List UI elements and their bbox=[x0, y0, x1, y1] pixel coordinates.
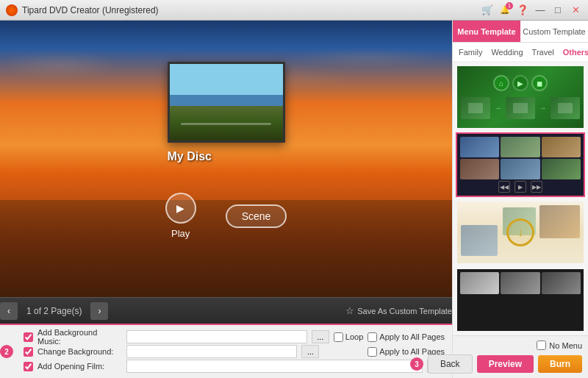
right-sidebar: Menu Template Custom Template Family Wed… bbox=[452, 21, 588, 378]
action-buttons-row: 3 Back Preview Burn bbox=[459, 354, 582, 374]
badge-icon-btn[interactable]: 🔔 1 bbox=[498, 4, 512, 17]
options-bar: 2 Add Background Music: ... Loop Apply t… bbox=[0, 324, 452, 378]
burn-btn[interactable]: Burn bbox=[538, 355, 582, 373]
bg-music-checkbox[interactable] bbox=[24, 332, 33, 342]
help-icon-btn[interactable]: ❓ bbox=[516, 4, 529, 17]
wedding-cat-btn[interactable]: Wedding bbox=[490, 48, 524, 57]
scene-btn[interactable]: Scene bbox=[226, 204, 287, 228]
bg-music-label: Add Background Music: bbox=[37, 328, 122, 346]
main-container: My Disc ▶ Play Scene ‹ 1 of 2 Page(s) › … bbox=[0, 21, 588, 378]
window-title: Tipard DVD Creator (Unregistered) bbox=[22, 5, 476, 15]
back-btn[interactable]: Back bbox=[428, 354, 473, 374]
template-thumb-3: ↓ bbox=[457, 202, 584, 263]
template-item-1[interactable]: ⌂ ▶ ◼ → → bbox=[456, 65, 585, 129]
next-page-btn[interactable]: › bbox=[90, 302, 108, 320]
template-thumb-4 bbox=[457, 269, 584, 331]
star-icon: ☆ bbox=[345, 305, 354, 316]
no-menu-checkbox[interactable] bbox=[537, 340, 546, 350]
opening-film-label: Add Opening Film: bbox=[37, 362, 122, 371]
no-menu-label: No Menu bbox=[549, 341, 582, 350]
section-2-badge: 2 bbox=[0, 345, 13, 358]
preview-btn[interactable]: Preview bbox=[477, 355, 534, 373]
preview-bottom-bar: ‹ 1 of 2 Page(s) › ☆ Save As Custom Temp… bbox=[0, 297, 452, 324]
apply-all-pages-1-label: Apply to All Pages bbox=[379, 332, 445, 341]
app-logo bbox=[6, 4, 18, 16]
loop-checkbox[interactable] bbox=[334, 332, 343, 342]
templates-scroll[interactable]: ⌂ ▶ ◼ → → bbox=[453, 62, 588, 335]
opening-film-row: Add Opening Film: ... bbox=[24, 359, 445, 374]
save-template-btn[interactable]: ☆ Save As Custom Template bbox=[345, 305, 452, 316]
loop-check-group: Loop bbox=[334, 332, 363, 342]
template-item-2[interactable]: ◀◀ ▶ ▶▶ bbox=[456, 132, 585, 197]
title-bar: Tipard DVD Creator (Unregistered) 🛒 🔔 1 … bbox=[0, 0, 588, 21]
disc-title-video bbox=[168, 62, 285, 143]
change-bg-label: Change Background: bbox=[37, 347, 122, 356]
apply-all-pages-1-checkbox[interactable] bbox=[368, 332, 377, 342]
template-thumb-1: ⌂ ▶ ◼ → → bbox=[457, 66, 584, 128]
minimize-btn[interactable]: — bbox=[534, 4, 547, 17]
loop-label: Loop bbox=[345, 332, 363, 341]
save-template-label: Save As Custom Template bbox=[357, 307, 452, 315]
others-cat-btn[interactable]: Others bbox=[562, 48, 588, 57]
change-bg-row: Change Background: ... Apply to All Page… bbox=[24, 344, 445, 359]
opening-film-checkbox[interactable] bbox=[24, 362, 33, 371]
opening-film-input[interactable] bbox=[126, 360, 423, 373]
template-thumb-2: ◀◀ ▶ ▶▶ bbox=[457, 134, 584, 196]
section-3-badge: 3 bbox=[410, 357, 423, 371]
close-btn[interactable]: ✕ bbox=[569, 4, 582, 17]
left-panel: My Disc ▶ Play Scene ‹ 1 of 2 Page(s) › … bbox=[0, 21, 452, 378]
cart-icon-btn[interactable]: 🛒 bbox=[481, 4, 494, 17]
custom-template-tab[interactable]: Custom Template bbox=[520, 21, 588, 42]
play-label: Play bbox=[171, 228, 190, 239]
apply-all-pages-2-checkbox[interactable] bbox=[368, 347, 377, 357]
template-categories: Family Wedding Travel Others › bbox=[453, 43, 588, 62]
change-bg-input[interactable] bbox=[126, 345, 297, 358]
no-menu-group: No Menu bbox=[459, 340, 582, 350]
bg-music-browse-btn[interactable]: ... bbox=[312, 330, 329, 343]
disc-title: My Disc bbox=[168, 150, 285, 163]
prev-page-btn[interactable]: ‹ bbox=[0, 302, 18, 320]
family-cat-btn[interactable]: Family bbox=[457, 48, 484, 57]
maximize-btn[interactable]: □ bbox=[551, 4, 564, 17]
sidebar-footer: No Menu 3 Back Preview Burn bbox=[453, 335, 588, 378]
bg-music-row: Add Background Music: ... Loop Apply to … bbox=[24, 329, 445, 344]
toolbar-icons: 🛒 🔔 1 ❓ — □ ✕ bbox=[481, 4, 582, 17]
preview-buttons: ▶ Play Scene bbox=[165, 193, 287, 239]
play-circle-btn[interactable]: ▶ bbox=[165, 193, 196, 224]
menu-template-tab[interactable]: Menu Template bbox=[453, 21, 520, 42]
apply-all-1-group: Apply to All Pages bbox=[368, 332, 445, 342]
page-info: 1 of 2 Page(s) bbox=[26, 306, 82, 316]
bg-music-input[interactable] bbox=[126, 330, 307, 343]
change-bg-checkbox[interactable] bbox=[24, 347, 33, 357]
travel-cat-btn[interactable]: Travel bbox=[531, 48, 556, 57]
preview-canvas: My Disc ▶ Play Scene bbox=[0, 21, 452, 297]
template-item-3[interactable]: ↓ bbox=[456, 200, 585, 265]
change-bg-browse-btn[interactable]: ... bbox=[301, 345, 319, 358]
template-item-4[interactable] bbox=[456, 268, 585, 332]
sidebar-tabs: Menu Template Custom Template bbox=[453, 21, 588, 43]
